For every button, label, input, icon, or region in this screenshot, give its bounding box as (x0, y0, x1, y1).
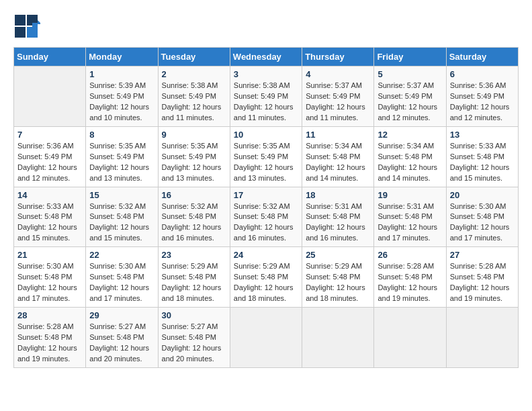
day-info: Sunrise: 5:35 AMSunset: 5:49 PMDaylight:… (89, 141, 154, 184)
day-info-line: Sunrise: 5:30 AM (89, 261, 154, 272)
day-number: 3 (234, 69, 298, 79)
calendar-cell: 9Sunrise: 5:35 AMSunset: 5:49 PMDaylight… (158, 126, 230, 187)
day-info-line: Daylight: 12 hours (17, 163, 82, 173)
day-info-line: and 18 minutes. (306, 293, 370, 304)
day-info-line: and 15 minutes. (450, 173, 515, 184)
day-info-line: Sunrise: 5:29 AM (306, 261, 370, 272)
calendar-cell: 14Sunrise: 5:33 AMSunset: 5:48 PMDayligh… (14, 187, 86, 247)
day-info-line: Sunset: 5:49 PM (306, 91, 370, 102)
calendar-cell: 10Sunrise: 5:35 AMSunset: 5:49 PMDayligh… (230, 126, 302, 187)
day-info-line: Sunset: 5:48 PM (306, 152, 370, 163)
svg-marker-3 (27, 27, 38, 38)
column-header-monday: Monday (86, 48, 158, 66)
day-info: Sunrise: 5:34 AMSunset: 5:48 PMDaylight:… (378, 141, 442, 184)
svg-rect-0 (15, 15, 26, 26)
day-info-line: and 17 minutes. (89, 293, 154, 304)
day-info-line: Daylight: 12 hours (234, 222, 298, 233)
day-info-line: Daylight: 12 hours (234, 102, 298, 113)
day-info-line: and 14 minutes. (306, 173, 370, 184)
day-number: 16 (162, 190, 226, 200)
day-info: Sunrise: 5:31 AMSunset: 5:48 PMDaylight:… (378, 201, 442, 244)
day-number: 27 (450, 250, 515, 260)
day-info-line: Sunrise: 5:35 AM (234, 141, 298, 152)
day-info-line: Sunrise: 5:34 AM (306, 141, 370, 152)
day-info-line: Sunrise: 5:32 AM (162, 201, 226, 212)
day-info-line: Sunset: 5:49 PM (89, 152, 154, 163)
day-info-line: Daylight: 12 hours (450, 102, 515, 113)
day-info: Sunrise: 5:29 AMSunset: 5:48 PMDaylight:… (306, 261, 370, 304)
day-info-line: and 13 minutes. (89, 173, 154, 184)
day-info: Sunrise: 5:35 AMSunset: 5:49 PMDaylight:… (162, 141, 226, 184)
calendar-cell (374, 308, 446, 368)
day-info: Sunrise: 5:30 AMSunset: 5:48 PMDaylight:… (450, 201, 515, 244)
day-number: 21 (17, 250, 82, 260)
day-info: Sunrise: 5:33 AMSunset: 5:48 PMDaylight:… (450, 141, 515, 184)
day-info-line: Sunrise: 5:37 AM (378, 81, 442, 91)
calendar-cell: 7Sunrise: 5:36 AMSunset: 5:49 PMDaylight… (14, 126, 86, 187)
day-info-line: Daylight: 12 hours (162, 343, 226, 354)
day-info: Sunrise: 5:39 AMSunset: 5:49 PMDaylight:… (89, 81, 154, 124)
day-info-line: and 11 minutes. (234, 113, 298, 124)
column-header-friday: Friday (374, 48, 446, 66)
calendar-cell: 30Sunrise: 5:27 AMSunset: 5:48 PMDayligh… (158, 308, 230, 368)
day-info-line: and 13 minutes. (162, 173, 226, 184)
day-info-line: Sunset: 5:48 PM (234, 212, 298, 222)
day-info: Sunrise: 5:36 AMSunset: 5:49 PMDaylight:… (450, 81, 515, 124)
day-info-line: and 18 minutes. (234, 293, 298, 304)
day-info-line: and 19 minutes. (17, 354, 82, 365)
day-info: Sunrise: 5:32 AMSunset: 5:48 PMDaylight:… (89, 201, 154, 244)
day-info: Sunrise: 5:30 AMSunset: 5:48 PMDaylight:… (17, 261, 82, 304)
calendar-cell: 28Sunrise: 5:28 AMSunset: 5:48 PMDayligh… (14, 308, 86, 368)
day-info-line: Sunrise: 5:32 AM (89, 201, 154, 212)
day-info-line: Sunset: 5:49 PM (162, 152, 226, 163)
day-number: 28 (17, 310, 82, 320)
day-info: Sunrise: 5:34 AMSunset: 5:48 PMDaylight:… (306, 141, 370, 184)
calendar-header-row: SundayMondayTuesdayWednesdayThursdayFrid… (14, 48, 519, 66)
day-number: 12 (378, 130, 442, 140)
day-info-line: Sunrise: 5:34 AM (378, 141, 442, 152)
day-number: 26 (378, 250, 442, 260)
day-info-line: Sunset: 5:48 PM (17, 332, 82, 343)
day-info-line: Sunrise: 5:27 AM (89, 322, 154, 332)
calendar-cell: 13Sunrise: 5:33 AMSunset: 5:48 PMDayligh… (446, 126, 518, 187)
day-info-line: Sunrise: 5:29 AM (162, 261, 226, 272)
day-number: 10 (234, 130, 298, 140)
day-info-line: Sunrise: 5:38 AM (162, 81, 226, 91)
day-info-line: Sunrise: 5:33 AM (17, 201, 82, 212)
day-number: 11 (306, 130, 370, 140)
day-info-line: and 16 minutes. (306, 233, 370, 244)
day-info-line: Daylight: 12 hours (234, 163, 298, 173)
day-info-line: Daylight: 12 hours (234, 283, 298, 293)
day-info-line: Daylight: 12 hours (89, 163, 154, 173)
day-info-line: Daylight: 12 hours (378, 102, 442, 113)
day-info: Sunrise: 5:28 AMSunset: 5:48 PMDaylight:… (450, 261, 515, 304)
calendar-cell: 1Sunrise: 5:39 AMSunset: 5:49 PMDaylight… (86, 66, 158, 127)
day-info-line: Sunset: 5:48 PM (378, 212, 442, 222)
day-info-line: Sunset: 5:48 PM (378, 152, 442, 163)
svg-rect-1 (15, 27, 26, 38)
day-info-line: Sunset: 5:48 PM (89, 332, 154, 343)
day-info-line: Sunset: 5:48 PM (89, 272, 154, 283)
day-info: Sunrise: 5:30 AMSunset: 5:48 PMDaylight:… (89, 261, 154, 304)
day-number: 30 (162, 310, 226, 320)
day-info-line: Sunrise: 5:35 AM (89, 141, 154, 152)
day-info-line: and 19 minutes. (450, 293, 515, 304)
day-number: 2 (162, 69, 226, 79)
day-info-line: Sunrise: 5:36 AM (17, 141, 82, 152)
day-info-line: Daylight: 12 hours (162, 163, 226, 173)
calendar-cell: 24Sunrise: 5:29 AMSunset: 5:48 PMDayligh… (230, 247, 302, 308)
calendar-cell: 11Sunrise: 5:34 AMSunset: 5:48 PMDayligh… (302, 126, 374, 187)
day-info-line: and 20 minutes. (162, 354, 226, 365)
day-number: 7 (17, 130, 82, 140)
column-header-thursday: Thursday (302, 48, 374, 66)
day-info-line: and 15 minutes. (89, 233, 154, 244)
calendar-cell: 18Sunrise: 5:31 AMSunset: 5:48 PMDayligh… (302, 187, 374, 247)
day-info: Sunrise: 5:37 AMSunset: 5:49 PMDaylight:… (306, 81, 370, 124)
calendar-cell: 4Sunrise: 5:37 AMSunset: 5:49 PMDaylight… (302, 66, 374, 127)
day-info-line: Sunrise: 5:28 AM (450, 261, 515, 272)
day-number: 14 (17, 190, 82, 200)
day-info-line: Daylight: 12 hours (89, 102, 154, 113)
day-number: 17 (234, 190, 298, 200)
day-info-line: and 16 minutes. (162, 233, 226, 244)
calendar-cell (14, 66, 86, 127)
